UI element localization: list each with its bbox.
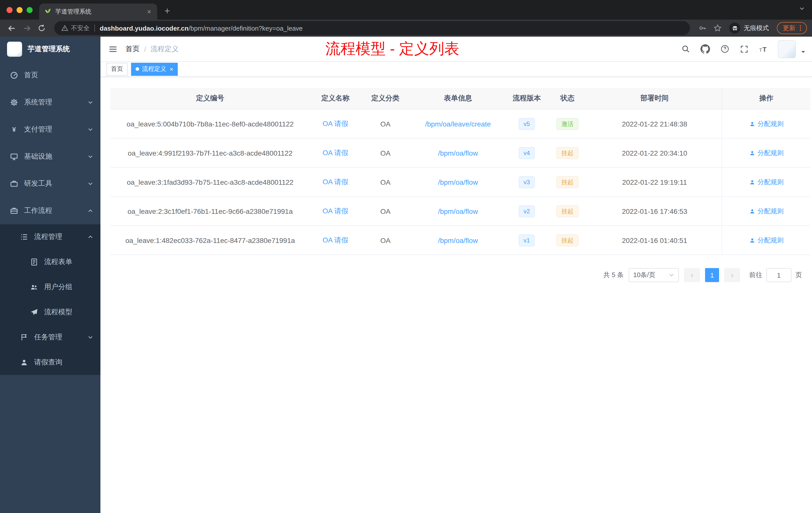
deploy-time: 2022-01-22 19:19:11: [587, 168, 722, 197]
sidebar-item-process-management[interactable]: 流程管理: [0, 224, 100, 249]
dashboard-icon: [10, 71, 18, 79]
tab-title: 芋道管理系统: [55, 7, 145, 16]
breadcrumb-home[interactable]: 首页: [125, 44, 140, 54]
url-divider: [94, 25, 95, 32]
user-avatar[interactable]: [778, 40, 796, 58]
sidebar-item-system-management[interactable]: 系统管理: [0, 89, 100, 116]
briefcase-icon: [10, 207, 18, 215]
sidebar-item-dev-tools[interactable]: 研发工具: [0, 170, 100, 197]
assign-rule-link[interactable]: 分配规则: [749, 236, 784, 245]
browser-update-menu-button[interactable]: 更新: [777, 22, 807, 34]
update-label: 更新: [783, 24, 795, 32]
form-info-link[interactable]: /bpm/oa/leave/create: [425, 120, 491, 128]
pagination-total: 共 5 条: [603, 271, 624, 280]
sidebar-item-user-group[interactable]: 用户分组: [0, 275, 100, 300]
assign-rule-label: 分配规则: [757, 207, 784, 216]
form-info-link[interactable]: /bpm/oa/flow: [438, 149, 478, 157]
sidebar-item-process-form[interactable]: 流程表单: [0, 249, 100, 275]
chevron-up-icon: [87, 234, 93, 240]
form-info-link[interactable]: /bpm/oa/flow: [438, 236, 478, 244]
avatar-caret-down-icon[interactable]: [801, 49, 806, 55]
reload-button[interactable]: [35, 22, 48, 35]
definition-name-link[interactable]: OA 请假: [323, 207, 348, 215]
svg-text:T: T: [762, 46, 766, 53]
window-minimize-button[interactable]: [17, 7, 23, 13]
tag-process-definition[interactable]: 流程定义 ×: [131, 62, 178, 76]
table-row: oa_leave:2:3c1f0ef1-76b1-11ec-9c66-a2380…: [111, 197, 811, 225]
sidebar-item-label: 流程管理: [34, 233, 87, 241]
column-header-id: 定义编号: [111, 88, 310, 109]
column-header-category: 定义分类: [361, 88, 410, 109]
tag-label: 首页: [111, 65, 123, 73]
sidebar-collapse-button[interactable]: [100, 36, 125, 61]
breadcrumb-current: 流程定义: [151, 44, 179, 54]
toolbox-icon: [10, 180, 18, 188]
incognito-indicator: 无痕模式: [729, 23, 769, 34]
sidebar-item-process-model[interactable]: 流程模型: [0, 300, 100, 325]
assign-rule-label: 分配规则: [757, 236, 784, 245]
assign-rule-link[interactable]: 分配规则: [749, 177, 784, 186]
help-icon[interactable]: [719, 43, 730, 55]
new-tab-button[interactable]: +: [160, 4, 174, 18]
tag-home[interactable]: 首页: [107, 62, 127, 76]
sidebar-item-label: 请假查询: [34, 358, 93, 367]
back-button[interactable]: [5, 22, 18, 35]
sidebar-item-task-management[interactable]: 任务管理: [0, 325, 100, 350]
sidebar-item-payment-management[interactable]: ¥支付管理: [0, 116, 100, 143]
tag-close-icon[interactable]: ×: [170, 65, 173, 72]
chevron-up-icon: [87, 208, 93, 214]
definition-name-link[interactable]: OA 请假: [323, 148, 348, 156]
browser-tab[interactable]: 芋道管理系统 ×: [39, 3, 157, 20]
person-icon: [749, 150, 755, 156]
person-icon: [749, 237, 755, 243]
person-icon: [749, 179, 755, 185]
address-bar[interactable]: 不安全 dashboard.yudao.iocoder.cn/bpm/manag…: [54, 21, 690, 35]
search-icon[interactable]: [680, 43, 691, 55]
group-icon: [30, 283, 38, 291]
definition-name-link[interactable]: OA 请假: [323, 177, 348, 185]
assign-rule-link[interactable]: 分配规则: [749, 148, 784, 157]
definition-name-link[interactable]: OA 请假: [323, 119, 348, 127]
definition-category: OA: [361, 225, 410, 255]
deploy-time: 2022-01-22 21:48:38: [587, 109, 722, 138]
column-header-name: 定义名称: [310, 88, 361, 109]
page-number-1[interactable]: 1: [705, 268, 719, 282]
monitor-icon: [10, 153, 18, 161]
fullscreen-icon[interactable]: [739, 43, 750, 55]
form-info-link[interactable]: /bpm/oa/flow: [438, 178, 478, 186]
forward-button[interactable]: [20, 22, 33, 35]
person-icon: [749, 121, 755, 127]
goto-page-input[interactable]: [766, 268, 791, 282]
sidebar-item-infrastructure[interactable]: 基础设施: [0, 143, 100, 170]
window-zoom-button[interactable]: [27, 7, 33, 13]
bookmark-star-icon[interactable]: [711, 22, 724, 35]
form-info-link[interactable]: /bpm/oa/flow: [438, 207, 478, 215]
sidebar-item-workflow[interactable]: 工作流程: [0, 197, 100, 224]
gear-icon: [10, 98, 18, 107]
prev-page-button[interactable]: ‹: [684, 268, 700, 282]
deploy-time: 2022-01-16 01:40:51: [587, 225, 722, 255]
window-close-button[interactable]: [6, 7, 12, 13]
sidebar-logo[interactable]: 芋道管理系统: [0, 37, 100, 62]
assign-rule-link[interactable]: 分配规则: [749, 119, 784, 128]
send-icon: [30, 308, 38, 316]
next-page-button[interactable]: ›: [724, 268, 740, 282]
sidebar-item-label: 首页: [24, 71, 93, 80]
assign-rule-label: 分配规则: [757, 119, 784, 128]
definition-name-link[interactable]: OA 请假: [323, 236, 348, 244]
definition-category: OA: [361, 138, 410, 168]
tab-search-chevron-icon[interactable]: [799, 5, 805, 11]
definition-id: oa_leave:2:3c1f0ef1-76b1-11ec-9c66-a2380…: [111, 197, 310, 225]
annotation-title: 流程模型 - 定义列表: [325, 40, 459, 58]
text-size-icon[interactable]: TT: [758, 43, 769, 55]
password-key-icon[interactable]: [696, 22, 709, 35]
sidebar-menu: 首页系统管理¥支付管理基础设施研发工具工作流程流程管理流程表单用户分组流程模型任…: [0, 62, 100, 513]
sidebar-item-home[interactable]: 首页: [0, 62, 100, 89]
assign-rule-link[interactable]: 分配规则: [749, 207, 784, 216]
definition-table: 定义编号定义名称定义分类表单信息流程版本状态部署时间操作 oa_leave:5:…: [111, 88, 811, 255]
github-icon[interactable]: [699, 43, 710, 55]
sidebar-item-leave-query[interactable]: 请假查询: [0, 350, 100, 375]
page-size-select[interactable]: 10条/页: [629, 268, 679, 282]
incognito-icon: [729, 23, 740, 34]
tab-close-icon[interactable]: ×: [145, 7, 153, 16]
